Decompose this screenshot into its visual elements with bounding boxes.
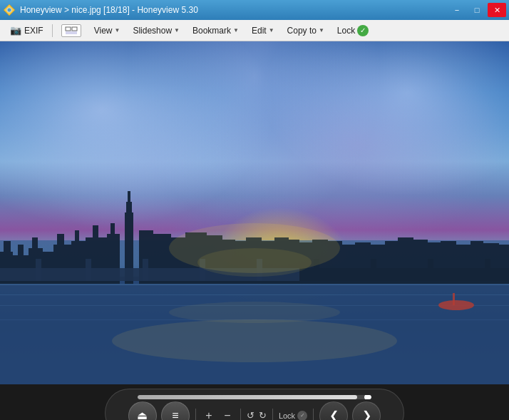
svg-rect-5 [66,31,77,34]
divider-4 [313,409,314,421]
eject-icon: ⏏ [137,409,148,420]
bookmark-arrow-icon: ▼ [233,27,239,34]
titlebar-controls: − □ ✕ [448,3,506,17]
menu-button[interactable]: ≡ [161,401,190,421]
separator-1 [52,24,53,37]
minimize-button[interactable]: − [448,3,466,17]
zoom-in-button[interactable]: + [202,409,216,421]
rotate-cw-button[interactable]: ↻ [259,410,267,420]
bookmark-label: Bookmark [192,26,231,36]
progress-fill [138,395,357,399]
prev-icon: ❮ [329,409,339,420]
slideshow-menu[interactable]: Slideshow ▼ [127,24,185,38]
edit-arrow-icon: ▼ [269,27,274,34]
lock-check-icon: ✓ [297,411,307,421]
exif-button[interactable]: 📷 EXIF [4,23,49,38]
toolbar: ⏏ ≡ + − ↺ ↻ Lock ✓ ❮ ❯ [0,384,509,420]
bookmark-menu[interactable]: Bookmark ▼ [187,24,245,38]
view-arrow-icon: ▼ [114,27,120,34]
progress-bar[interactable] [138,395,371,399]
progress-indicator [364,395,371,399]
lock-check-icon: ✓ [357,25,369,36]
copyto-label: Copy to [287,26,317,36]
image-area [0,41,509,384]
zoom-out-button[interactable]: − [220,409,235,421]
view-icon [61,24,81,37]
app-icon [3,4,16,16]
next-icon: ❯ [362,409,371,420]
toolbar-inner: ⏏ ≡ + − ↺ ↻ Lock ✓ ❮ ❯ [105,389,404,420]
slideshow-arrow-icon: ▼ [174,27,180,34]
titlebar: Honeyview > nice.jpg [18/18] - Honeyview… [0,0,509,20]
titlebar-left: Honeyview > nice.jpg [18/18] - Honeyview… [3,4,198,16]
divider-1 [195,409,196,421]
rotate-ccw-button[interactable]: ↺ [247,410,254,420]
view-label: View [94,26,113,36]
svg-point-2 [7,8,11,12]
menubar: 📷 EXIF View ▼ Slideshow ▼ Bookmark ▼ Edi… [0,20,509,41]
svg-rect-3 [66,27,71,31]
menu-icon: ≡ [172,409,178,421]
edit-label: Edit [252,26,267,36]
title-text: Honeyview > nice.jpg [18/18] - Honeyview… [20,5,198,15]
eject-button[interactable]: ⏏ [128,401,157,421]
view-menu[interactable]: View ▼ [88,24,126,38]
close-button[interactable]: ✕ [488,3,506,17]
lock-label: Lock [337,26,355,36]
copyto-menu[interactable]: Copy to ▼ [282,24,330,38]
toolbar-controls: ⏏ ≡ + − ↺ ↻ Lock ✓ ❮ ❯ [117,401,392,421]
lock-menu[interactable]: Lock ✓ [331,23,374,39]
divider-3 [272,409,273,421]
next-button[interactable]: ❯ [352,401,381,421]
copyto-arrow-icon: ▼ [319,27,324,34]
view-icon-container[interactable] [56,22,87,39]
lock-toolbar-button[interactable]: Lock ✓ [279,411,307,421]
lock-toolbar-label: Lock [279,411,295,420]
edit-menu[interactable]: Edit ▼ [246,24,280,38]
prev-button[interactable]: ❮ [319,401,348,421]
sky-background [0,41,509,384]
maximize-button[interactable]: □ [468,3,486,17]
divider-2 [240,409,241,421]
exif-label: EXIF [24,26,43,36]
svg-rect-4 [72,27,77,31]
slideshow-label: Slideshow [133,26,172,36]
camera-icon: 📷 [10,25,21,36]
